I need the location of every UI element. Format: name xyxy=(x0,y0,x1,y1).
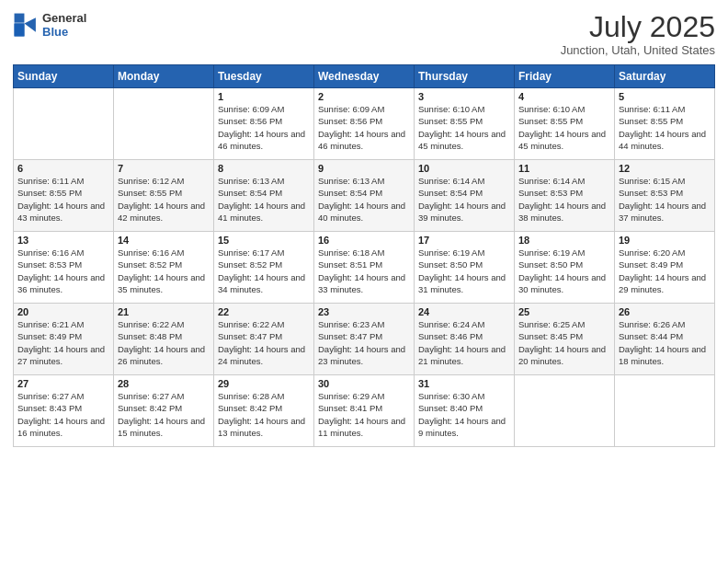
day-info: Sunrise: 6:12 AM Sunset: 8:55 PM Dayligh… xyxy=(118,175,210,224)
day-number: 25 xyxy=(518,306,610,317)
calendar-cell: 16Sunrise: 6:18 AM Sunset: 8:51 PM Dayli… xyxy=(314,232,415,304)
day-number: 8 xyxy=(218,163,310,174)
day-number: 23 xyxy=(318,306,410,317)
day-info: Sunrise: 6:13 AM Sunset: 8:54 PM Dayligh… xyxy=(318,175,410,224)
logo: General Blue xyxy=(13,11,86,39)
day-number: 1 xyxy=(218,91,310,102)
calendar-cell: 18Sunrise: 6:19 AM Sunset: 8:50 PM Dayli… xyxy=(515,232,615,304)
day-number: 2 xyxy=(318,91,410,102)
calendar-cell xyxy=(615,375,715,447)
day-info: Sunrise: 6:16 AM Sunset: 8:52 PM Dayligh… xyxy=(118,247,210,295)
month-title: July 2025 xyxy=(561,11,715,43)
day-number: 28 xyxy=(118,378,210,389)
day-number: 17 xyxy=(418,235,510,246)
day-number: 14 xyxy=(118,235,210,246)
svg-rect-2 xyxy=(15,14,25,23)
day-number: 24 xyxy=(418,306,510,317)
day-number: 21 xyxy=(118,306,210,317)
day-number: 6 xyxy=(17,163,109,174)
calendar-week-0: 1Sunrise: 6:09 AM Sunset: 8:56 PM Daylig… xyxy=(14,88,715,160)
calendar-cell: 19Sunrise: 6:20 AM Sunset: 8:49 PM Dayli… xyxy=(615,232,715,304)
day-info: Sunrise: 6:16 AM Sunset: 8:53 PM Dayligh… xyxy=(17,247,109,295)
day-number: 29 xyxy=(218,378,310,389)
day-info: Sunrise: 6:13 AM Sunset: 8:54 PM Dayligh… xyxy=(218,175,310,224)
day-info: Sunrise: 6:29 AM Sunset: 8:41 PM Dayligh… xyxy=(318,390,410,439)
day-info: Sunrise: 6:26 AM Sunset: 8:44 PM Dayligh… xyxy=(619,318,711,367)
calendar-cell: 17Sunrise: 6:19 AM Sunset: 8:50 PM Dayli… xyxy=(415,232,515,304)
day-info: Sunrise: 6:24 AM Sunset: 8:46 PM Dayligh… xyxy=(418,318,510,367)
logo-text: General Blue xyxy=(42,11,86,39)
col-saturday: Saturday xyxy=(615,65,715,88)
logo-icon xyxy=(13,12,39,38)
day-info: Sunrise: 6:27 AM Sunset: 8:42 PM Dayligh… xyxy=(118,390,210,439)
day-number: 26 xyxy=(619,306,711,317)
day-number: 20 xyxy=(17,306,109,317)
day-info: Sunrise: 6:30 AM Sunset: 8:40 PM Dayligh… xyxy=(418,390,510,439)
calendar-cell: 2Sunrise: 6:09 AM Sunset: 8:56 PM Daylig… xyxy=(314,88,415,160)
day-number: 11 xyxy=(518,163,610,174)
title-block: July 2025 Junction, Utah, United States xyxy=(561,11,715,57)
calendar-week-1: 6Sunrise: 6:11 AM Sunset: 8:55 PM Daylig… xyxy=(14,160,715,232)
calendar-cell: 10Sunrise: 6:14 AM Sunset: 8:54 PM Dayli… xyxy=(415,160,515,232)
calendar-cell: 5Sunrise: 6:11 AM Sunset: 8:55 PM Daylig… xyxy=(615,88,715,160)
calendar-week-3: 20Sunrise: 6:21 AM Sunset: 8:49 PM Dayli… xyxy=(14,304,715,375)
calendar-cell: 20Sunrise: 6:21 AM Sunset: 8:49 PM Dayli… xyxy=(14,304,114,375)
day-number: 9 xyxy=(318,163,410,174)
calendar-cell xyxy=(515,375,615,447)
day-number: 19 xyxy=(619,235,711,246)
calendar-cell xyxy=(14,88,114,160)
day-info: Sunrise: 6:18 AM Sunset: 8:51 PM Dayligh… xyxy=(318,247,410,295)
day-info: Sunrise: 6:10 AM Sunset: 8:55 PM Dayligh… xyxy=(518,103,610,152)
calendar-cell: 6Sunrise: 6:11 AM Sunset: 8:55 PM Daylig… xyxy=(14,160,114,232)
day-info: Sunrise: 6:22 AM Sunset: 8:48 PM Dayligh… xyxy=(118,318,210,367)
col-wednesday: Wednesday xyxy=(314,65,415,88)
day-info: Sunrise: 6:20 AM Sunset: 8:49 PM Dayligh… xyxy=(619,247,711,295)
calendar-cell: 21Sunrise: 6:22 AM Sunset: 8:48 PM Dayli… xyxy=(114,304,214,375)
calendar-week-4: 27Sunrise: 6:27 AM Sunset: 8:43 PM Dayli… xyxy=(14,375,715,447)
day-info: Sunrise: 6:22 AM Sunset: 8:47 PM Dayligh… xyxy=(218,318,310,367)
day-number: 7 xyxy=(118,163,210,174)
calendar-cell: 26Sunrise: 6:26 AM Sunset: 8:44 PM Dayli… xyxy=(615,304,715,375)
day-info: Sunrise: 6:09 AM Sunset: 8:56 PM Dayligh… xyxy=(318,103,410,152)
day-number: 4 xyxy=(518,91,610,102)
calendar-cell: 22Sunrise: 6:22 AM Sunset: 8:47 PM Dayli… xyxy=(214,304,314,375)
calendar-cell: 4Sunrise: 6:10 AM Sunset: 8:55 PM Daylig… xyxy=(515,88,615,160)
day-number: 27 xyxy=(17,378,109,389)
calendar-cell: 30Sunrise: 6:29 AM Sunset: 8:41 PM Dayli… xyxy=(314,375,415,447)
day-info: Sunrise: 6:14 AM Sunset: 8:54 PM Dayligh… xyxy=(418,175,510,224)
calendar-cell: 8Sunrise: 6:13 AM Sunset: 8:54 PM Daylig… xyxy=(214,160,314,232)
calendar-cell: 11Sunrise: 6:14 AM Sunset: 8:53 PM Dayli… xyxy=(515,160,615,232)
col-thursday: Thursday xyxy=(415,65,515,88)
day-info: Sunrise: 6:23 AM Sunset: 8:47 PM Dayligh… xyxy=(318,318,410,367)
day-info: Sunrise: 6:19 AM Sunset: 8:50 PM Dayligh… xyxy=(418,247,510,295)
day-info: Sunrise: 6:28 AM Sunset: 8:42 PM Dayligh… xyxy=(218,390,310,439)
day-info: Sunrise: 6:15 AM Sunset: 8:53 PM Dayligh… xyxy=(619,175,711,224)
day-number: 16 xyxy=(318,235,410,246)
calendar-cell: 1Sunrise: 6:09 AM Sunset: 8:56 PM Daylig… xyxy=(214,88,314,160)
day-number: 12 xyxy=(619,163,711,174)
col-friday: Friday xyxy=(515,65,615,88)
page-container: General Blue July 2025 Junction, Utah, U… xyxy=(0,0,728,563)
day-info: Sunrise: 6:14 AM Sunset: 8:53 PM Dayligh… xyxy=(518,175,610,224)
day-info: Sunrise: 6:10 AM Sunset: 8:55 PM Dayligh… xyxy=(418,103,510,152)
day-info: Sunrise: 6:17 AM Sunset: 8:52 PM Dayligh… xyxy=(218,247,310,295)
calendar-table: Sunday Monday Tuesday Wednesday Thursday… xyxy=(13,64,715,447)
header: General Blue July 2025 Junction, Utah, U… xyxy=(13,11,715,57)
calendar-cell: 12Sunrise: 6:15 AM Sunset: 8:53 PM Dayli… xyxy=(615,160,715,232)
calendar-cell: 3Sunrise: 6:10 AM Sunset: 8:55 PM Daylig… xyxy=(415,88,515,160)
col-monday: Monday xyxy=(114,65,214,88)
calendar-cell: 7Sunrise: 6:12 AM Sunset: 8:55 PM Daylig… xyxy=(114,160,214,232)
calendar-cell: 14Sunrise: 6:16 AM Sunset: 8:52 PM Dayli… xyxy=(114,232,214,304)
day-info: Sunrise: 6:11 AM Sunset: 8:55 PM Dayligh… xyxy=(619,103,711,152)
logo-general: General xyxy=(42,11,86,25)
calendar-cell: 28Sunrise: 6:27 AM Sunset: 8:42 PM Dayli… xyxy=(114,375,214,447)
calendar-week-2: 13Sunrise: 6:16 AM Sunset: 8:53 PM Dayli… xyxy=(14,232,715,304)
calendar-cell: 9Sunrise: 6:13 AM Sunset: 8:54 PM Daylig… xyxy=(314,160,415,232)
calendar-cell: 29Sunrise: 6:28 AM Sunset: 8:42 PM Dayli… xyxy=(214,375,314,447)
calendar-cell xyxy=(114,88,214,160)
day-number: 15 xyxy=(218,235,310,246)
day-info: Sunrise: 6:19 AM Sunset: 8:50 PM Dayligh… xyxy=(518,247,610,295)
day-info: Sunrise: 6:11 AM Sunset: 8:55 PM Dayligh… xyxy=(17,175,109,224)
day-info: Sunrise: 6:25 AM Sunset: 8:45 PM Dayligh… xyxy=(518,318,610,367)
logo-blue: Blue xyxy=(42,25,86,39)
